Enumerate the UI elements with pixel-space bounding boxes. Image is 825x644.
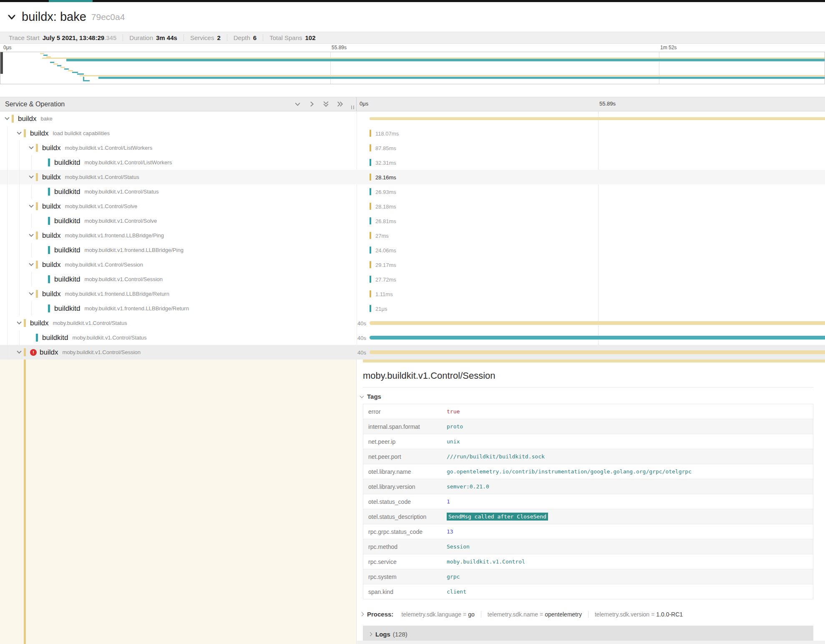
span-row[interactable]: buildkitdmoby.buildkit.v1.Control/Solve2…: [0, 214, 825, 228]
span-row-timeline-cell[interactable]: 26.93ms: [357, 184, 825, 199]
collapse-one-chevron-down-icon[interactable]: [294, 101, 301, 108]
span-row-timeline-cell[interactable]: 21μs: [357, 301, 825, 316]
span-row-timeline-cell[interactable]: 28.18ms: [357, 199, 825, 214]
span-row-timeline-cell[interactable]: 28.16ms: [357, 170, 825, 184]
span-row[interactable]: buildkitdmoby.buildkit.v1.Control/Sessio…: [0, 272, 825, 287]
span-row[interactable]: buildxmoby.buildkit.v1.Control/Status40s: [0, 316, 825, 330]
span-row-label-cell[interactable]: buildkitdmoby.buildkit.v1.Control/Solve: [0, 214, 357, 228]
span-row-timeline-cell[interactable]: 118.07ms: [357, 126, 825, 141]
span-duration-tick[interactable]: [370, 130, 371, 137]
span-row-label-cell[interactable]: buildkitdmoby.buildkit.v1.Control/Status: [0, 184, 357, 199]
expand-one-chevron-right-icon[interactable]: [308, 101, 315, 108]
chevron-down-icon[interactable]: [15, 132, 24, 135]
span-duration-tick[interactable]: [370, 203, 371, 210]
span-row-timeline-cell[interactable]: 26.81ms: [357, 214, 825, 228]
span-row-timeline-cell[interactable]: [357, 111, 825, 126]
span-row[interactable]: buildxload buildkit capabilities118.07ms: [0, 126, 825, 141]
minimap-drag-handle[interactable]: [0, 52, 3, 74]
chevron-down-icon[interactable]: [27, 205, 36, 208]
span-row-label-cell[interactable]: buildxmoby.buildkit.v1.Control/Status: [0, 316, 357, 330]
trace-collapse-chevron-down-icon[interactable]: [6, 11, 18, 23]
span-row-label-cell[interactable]: buildkitdmoby.buildkit.v1.Control/Status: [0, 330, 357, 345]
span-duration-tick[interactable]: [370, 232, 371, 239]
span-row-timeline-cell[interactable]: 32.31ms: [357, 155, 825, 170]
span-row-label-cell[interactable]: buildkitdmoby.buildkit.v1.Control/Sessio…: [0, 272, 357, 287]
minimap-canvas[interactable]: [0, 52, 825, 84]
span-row-label-cell[interactable]: buildxmoby.buildkit.v1.Control/Solve: [0, 199, 357, 214]
span-row[interactable]: buildkitdmoby.buildkit.v1.Control/ListWo…: [0, 155, 825, 170]
process-section-toggle[interactable]: Process: telemetry.sdk.language=goteleme…: [360, 611, 825, 618]
span-duration-tick[interactable]: [370, 261, 371, 268]
span-row[interactable]: buildxmoby.buildkit.v1.Control/Session29…: [0, 257, 825, 272]
tag-value: unix: [447, 438, 460, 445]
span-row-label-cell[interactable]: buildkitdmoby.buildkit.v1.frontend.LLBBr…: [0, 301, 357, 316]
span-duration-tick[interactable]: [370, 217, 371, 224]
span-row-label-cell[interactable]: buildxmoby.buildkit.v1.Control/Session: [0, 257, 357, 272]
span-row-label-cell[interactable]: buildxmoby.buildkit.v1.frontend.LLBBridg…: [0, 228, 357, 243]
selected-span-duration-bar[interactable]: [363, 360, 825, 362]
span-row-label-cell[interactable]: buildxmoby.buildkit.v1.Control/ListWorke…: [0, 141, 357, 155]
minimap-tick-label: 55.89s: [332, 45, 347, 50]
span-duration-tick[interactable]: [370, 174, 371, 181]
span-row[interactable]: buildkitdmoby.buildkit.v1.Control/Status…: [0, 330, 825, 345]
summary-value: 3m 44s: [156, 34, 177, 41]
span-duration-bar[interactable]: [370, 336, 825, 340]
chevron-down-icon[interactable]: [3, 117, 12, 121]
span-row-timeline-cell[interactable]: 24.06ms: [357, 243, 825, 257]
span-duration-tick[interactable]: [370, 305, 371, 312]
span-duration-tick[interactable]: [370, 144, 371, 151]
collapse-all-double-chevron-down-icon[interactable]: [322, 101, 329, 108]
span-row-timeline-cell[interactable]: 27.72ms: [357, 272, 825, 287]
tag-row: otel.status_descriptionSendMsg called af…: [363, 509, 813, 524]
span-row-label-cell[interactable]: buildxmoby.buildkit.v1.Control/Status: [0, 170, 357, 184]
span-duration-bar[interactable]: [370, 321, 825, 325]
span-row-label-cell[interactable]: buildxload buildkit capabilities: [0, 126, 357, 141]
span-row-label-cell[interactable]: buildkitdmoby.buildkit.v1.Control/ListWo…: [0, 155, 357, 170]
tag-row: rpc.methodSession: [363, 539, 813, 554]
span-row-timeline-cell[interactable]: 40s: [357, 330, 825, 345]
chevron-down-icon[interactable]: [15, 351, 24, 354]
span-duration-bar[interactable]: [370, 117, 825, 120]
span-row-timeline-cell[interactable]: 1.11ms: [357, 287, 825, 301]
tag-key: otel.status_code: [363, 498, 447, 505]
span-row[interactable]: buildkitdmoby.buildkit.v1.Control/Status…: [0, 184, 825, 199]
column-resizer-grip[interactable]: [351, 106, 354, 109]
timeline-minimap[interactable]: 0μs55.89s1m 52s: [0, 44, 825, 84]
span-row-timeline-cell[interactable]: 29.17ms: [357, 257, 825, 272]
expand-all-double-chevron-right-icon[interactable]: [337, 101, 344, 108]
span-row-timeline-cell[interactable]: 40s: [357, 316, 825, 330]
span-row-label-cell[interactable]: !buildxmoby.buildkit.v1.Control/Session: [0, 345, 357, 360]
span-duration-label: 28.18ms: [375, 203, 396, 209]
span-duration-tick[interactable]: [370, 159, 371, 166]
span-row[interactable]: buildxbake: [0, 111, 825, 126]
span-row-timeline-cell[interactable]: 27ms: [357, 228, 825, 243]
span-duration-tick[interactable]: [370, 247, 371, 254]
span-row[interactable]: buildxmoby.buildkit.v1.frontend.LLBBridg…: [0, 287, 825, 301]
span-row[interactable]: buildkitdmoby.buildkit.v1.frontend.LLBBr…: [0, 301, 825, 316]
span-row-label-cell[interactable]: buildxmoby.buildkit.v1.frontend.LLBBridg…: [0, 287, 357, 301]
span-row[interactable]: !buildxmoby.buildkit.v1.Control/Session4…: [0, 345, 825, 360]
chevron-down-icon[interactable]: [27, 176, 36, 179]
indent-guide: [15, 257, 27, 272]
tag-key: otel.library.name: [363, 468, 447, 475]
span-row[interactable]: buildxmoby.buildkit.v1.frontend.LLBBridg…: [0, 228, 825, 243]
span-row[interactable]: buildxmoby.buildkit.v1.Control/ListWorke…: [0, 141, 825, 155]
chevron-down-icon[interactable]: [27, 292, 36, 296]
chevron-down-icon[interactable]: [27, 263, 36, 267]
span-row-timeline-cell[interactable]: 40s: [357, 345, 825, 360]
span-duration-bar[interactable]: [370, 350, 825, 354]
span-row[interactable]: buildxmoby.buildkit.v1.Control/Status28.…: [0, 170, 825, 184]
span-duration-tick[interactable]: [370, 276, 371, 283]
span-row[interactable]: buildxmoby.buildkit.v1.Control/Solve28.1…: [0, 199, 825, 214]
span-row[interactable]: buildkitdmoby.buildkit.v1.frontend.LLBBr…: [0, 243, 825, 257]
span-row-label-cell[interactable]: buildxbake: [0, 111, 357, 126]
span-row-timeline-cell[interactable]: 87.85ms: [357, 141, 825, 155]
chevron-down-icon[interactable]: [27, 234, 36, 237]
logs-section-toggle[interactable]: Logs (128): [363, 626, 813, 642]
span-row-label-cell[interactable]: buildkitdmoby.buildkit.v1.frontend.LLBBr…: [0, 243, 357, 257]
tags-section-toggle[interactable]: Tags: [360, 393, 825, 400]
chevron-down-icon[interactable]: [27, 146, 36, 150]
chevron-down-icon[interactable]: [15, 322, 24, 325]
span-duration-tick[interactable]: [370, 188, 371, 195]
span-duration-tick[interactable]: [370, 290, 371, 297]
